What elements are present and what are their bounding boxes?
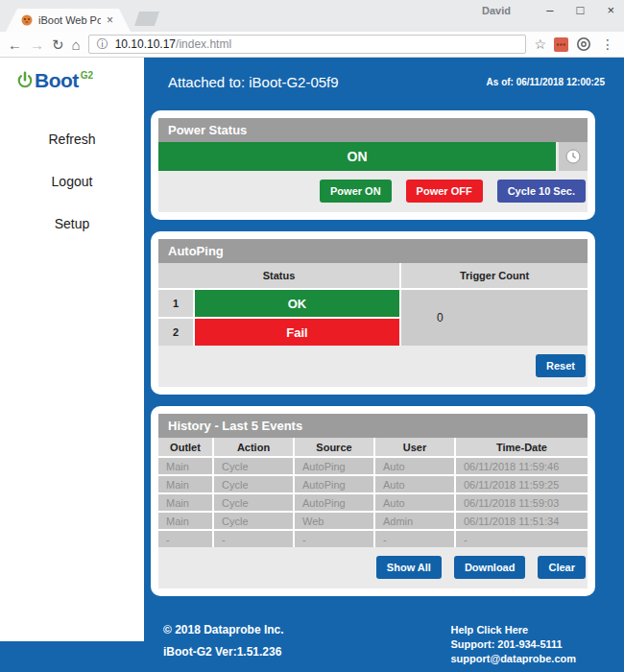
url-text[interactable]: 10.10.10.17/index.html	[115, 37, 231, 51]
history-cell: Cycle	[214, 513, 293, 529]
page-info-icon[interactable]: ⓘ	[97, 36, 108, 53]
window-controls: – □ ×	[546, 2, 614, 19]
history-cell: AutoPing	[295, 494, 373, 511]
history-cell: -	[375, 531, 454, 547]
download-button[interactable]: Download	[454, 556, 526, 579]
footer-right: Help Click Here Support: 201-934-5111 su…	[450, 623, 576, 667]
history-cell: -	[295, 531, 373, 547]
history-cell: -	[456, 531, 588, 547]
history-cell: Cycle	[214, 458, 293, 474]
close-icon[interactable]: ×	[607, 2, 614, 19]
history-cell: Main	[158, 494, 212, 511]
autoping-panel: AutoPing Status Trigger Count 1 OK 0 2 F…	[151, 231, 595, 395]
power-on-button[interactable]: Power ON	[320, 180, 392, 203]
tab-title: iBoot Web Power Switch	[38, 14, 101, 26]
bookmark-star-icon[interactable]: ☆	[534, 36, 546, 52]
autoping-footer: Reset	[158, 346, 588, 387]
cycle-button[interactable]: Cycle 10 Sec.	[497, 180, 586, 203]
iboot-logo: Boot G2	[15, 70, 144, 91]
power-icon	[15, 70, 35, 91]
sidebar-item-logout[interactable]: Logout	[0, 174, 144, 189]
history-cell: -	[158, 531, 212, 547]
browser-chrome: iBoot Web Power Switch × David – □ × ← →…	[0, 0, 624, 58]
footer-left: © 2018 Dataprobe Inc. iBoot-G2 Ver:1.51.…	[163, 623, 284, 667]
url-path: /index.html	[176, 37, 231, 51]
autoping-row-index: 2	[158, 319, 193, 346]
browser-menu-icon[interactable]: ⋮	[599, 36, 616, 52]
history-cell: -	[214, 531, 293, 547]
power-status-panel: Power Status ON Power ON Power OFF Cycle…	[151, 110, 595, 220]
maximize-icon[interactable]: □	[577, 2, 585, 19]
autoping-row-index: 1	[158, 290, 193, 317]
power-state-row: ON	[158, 142, 588, 171]
history-cell: Admin	[375, 513, 454, 529]
sidebar: Boot G2 Refresh Logout Setup	[0, 58, 144, 641]
power-state-bar: ON	[158, 142, 556, 171]
browser-tab[interactable]: iBoot Web Power Switch ×	[6, 9, 131, 32]
page-footer: © 2018 Dataprobe Inc. iBoot-G2 Ver:1.51.…	[144, 608, 624, 667]
history-cell: Cycle	[214, 494, 293, 511]
history-cell: Web	[295, 513, 373, 529]
logo-text: Boot	[35, 70, 79, 91]
footer-help-link[interactable]: Help Click Here	[450, 623, 576, 637]
address-bar[interactable]: ⓘ 10.10.10.17/index.html	[88, 35, 527, 54]
history-col-outlet: Outlet	[158, 438, 212, 456]
footer-copyright: © 2018 Dataprobe Inc.	[163, 623, 284, 636]
as-of-timestamp: As of: 06/11/2018 12:00:25	[487, 74, 605, 87]
url-host: 10.10.10.17	[115, 37, 176, 51]
sidebar-menu: Refresh Logout Setup	[0, 132, 144, 231]
tab-strip: iBoot Web Power Switch × David – □ ×	[0, 0, 624, 32]
history-cell: 06/11/2018 11:51:34	[456, 513, 588, 529]
history-cell: AutoPing	[295, 476, 373, 492]
sidebar-item-setup[interactable]: Setup	[0, 216, 144, 231]
history-title: History - Last 5 Events	[158, 414, 588, 438]
tab-close-icon[interactable]: ×	[107, 13, 121, 27]
history-col-action: Action	[214, 438, 293, 456]
cycle-timer-cell[interactable]	[559, 142, 588, 171]
reload-icon[interactable]: ↻	[52, 37, 64, 52]
sidebar-item-refresh[interactable]: Refresh	[0, 132, 144, 147]
history-cell: Main	[158, 513, 212, 529]
new-tab-button[interactable]	[134, 12, 159, 26]
power-buttons-row: Power ON Power OFF Cycle 10 Sec.	[158, 171, 588, 212]
history-cell: 06/11/2018 11:59:46	[456, 458, 588, 474]
autoping-title: AutoPing	[158, 239, 588, 263]
home-icon[interactable]: ⌂	[72, 37, 81, 52]
extension-ring-icon[interactable]	[576, 36, 591, 52]
page-header: Attached to: iBoot-G2-05f9 As of: 06/11/…	[144, 58, 624, 110]
history-col-user: User	[375, 438, 454, 456]
history-cell: Main	[158, 458, 212, 474]
extension-red-icon[interactable]	[554, 37, 568, 52]
history-col-source: Source	[295, 438, 373, 456]
browser-profile-name[interactable]: David	[482, 5, 511, 16]
iboot-page: Boot G2 Refresh Logout Setup Attached to…	[0, 58, 624, 672]
history-body: Outlet Action Source User Time-Date Main…	[158, 438, 588, 588]
back-icon[interactable]: ←	[8, 37, 22, 52]
footer-support-email[interactable]: support@dataprobe.com	[450, 652, 576, 666]
autoping-status-1: OK	[195, 290, 399, 317]
attached-to-title: Attached to: iBoot-G2-05f9	[168, 74, 339, 90]
history-cell: Main	[158, 476, 212, 492]
power-off-button[interactable]: Power OFF	[406, 180, 483, 203]
footer-version: iBoot-G2 Ver:1.51.236	[163, 645, 284, 659]
history-cell: 06/11/2018 11:59:03	[456, 494, 588, 511]
power-status-title: Power Status	[158, 118, 588, 142]
history-footer: Show All Download Clear	[158, 547, 588, 588]
reset-button[interactable]: Reset	[536, 354, 586, 377]
minimize-icon[interactable]: –	[546, 2, 553, 19]
clock-icon	[565, 149, 581, 164]
autoping-col-trigger: Trigger Count	[401, 263, 588, 288]
clear-button[interactable]: Clear	[538, 556, 586, 579]
show-all-button[interactable]: Show All	[376, 556, 442, 579]
autoping-body: Status Trigger Count 1 OK 0 2 Fail Reset	[158, 263, 588, 387]
history-cell: Auto	[375, 476, 454, 492]
history-table: Outlet Action Source User Time-Date Main…	[158, 438, 588, 547]
history-panel: History - Last 5 Events Outlet Action So…	[151, 406, 595, 596]
main-content: Attached to: iBoot-G2-05f9 As of: 06/11/…	[144, 58, 624, 667]
footer-support-phone: Support: 201-934-5111	[450, 637, 576, 652]
forward-icon[interactable]: →	[30, 37, 44, 52]
power-status-body: ON Power ON Power OFF Cycle 10 Sec.	[158, 142, 588, 212]
autoping-trigger-count: 0	[401, 290, 588, 346]
browser-toolbar: ← → ↻ ⌂ ⓘ 10.10.10.17/index.html ☆ ⋮	[0, 32, 624, 58]
history-col-time: Time-Date	[456, 438, 588, 456]
